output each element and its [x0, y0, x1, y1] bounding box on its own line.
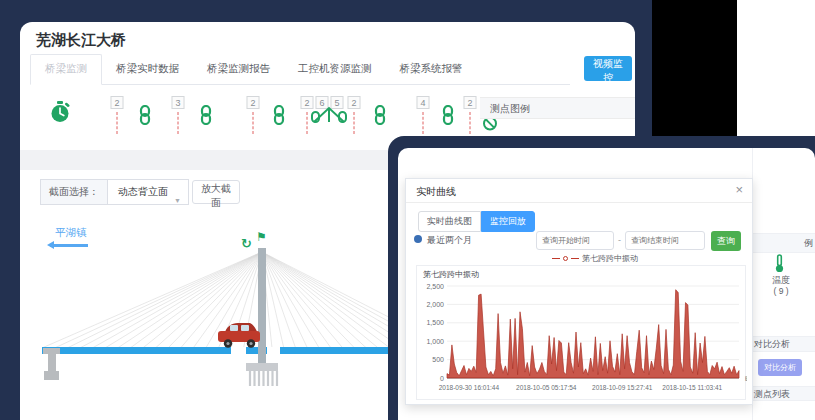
- svg-text:2018-10-05 05:17:54: 2018-10-05 05:17:54: [516, 384, 577, 391]
- compare-section-header: 对比分析: [752, 336, 815, 352]
- deck-gap: [231, 347, 246, 354]
- sensor-count-badge: 4: [417, 96, 430, 109]
- section-select-label: 截面选择：: [41, 180, 108, 204]
- sensor-dash-line: [307, 112, 308, 134]
- sensor-count-badge: 2: [348, 96, 361, 109]
- section-select-dropdown[interactable]: 动态背立面 ▼: [108, 180, 188, 204]
- pier-cap: [246, 363, 278, 371]
- flag-sensor-icon[interactable]: ⚑: [256, 230, 267, 244]
- left-arrow-icon: [50, 244, 88, 247]
- svg-text:2,000: 2,000: [426, 301, 444, 308]
- stopwatch-icon[interactable]: [50, 101, 70, 128]
- series-area: [447, 290, 739, 378]
- close-icon[interactable]: ×: [735, 182, 743, 197]
- sensor-dash-line: [423, 112, 424, 134]
- legend-label: 第七跨跨中振动: [582, 253, 638, 264]
- tab-工控机资源监测[interactable]: 工控机资源监测: [284, 55, 386, 84]
- svg-text:2018-10-09 15:27:41: 2018-10-09 15:27:41: [592, 384, 653, 391]
- sensor-count-badge: 2: [464, 96, 477, 109]
- page-title: 芜湖长江大桥: [36, 31, 126, 50]
- tab-bar: 桥梁监测桥梁实时数据桥梁监测报告工控机资源监测桥梁系统报警: [30, 56, 570, 85]
- compare-analysis-button[interactable]: 对比分析: [758, 359, 802, 376]
- sensor-count-badge: 3: [172, 96, 185, 109]
- query-end-time-input[interactable]: [625, 231, 705, 250]
- direction-label: 平湖镇: [55, 226, 87, 240]
- link-icon[interactable]: [273, 105, 286, 129]
- link-icon[interactable]: [139, 105, 152, 129]
- background-window-edge: [737, 0, 815, 142]
- chart-title: 第七跨跨中振动: [423, 269, 479, 280]
- left-pier: [43, 348, 60, 380]
- secondary-window: 例 温度 ( 9 ) 对比分析 对比分析 测点列表 实时曲线 × 实时曲线图 监…: [398, 148, 815, 420]
- tab-桥梁监测[interactable]: 桥梁监测: [30, 54, 102, 85]
- modal-title: 实时曲线: [416, 185, 456, 199]
- enlarge-section-button[interactable]: 放大截面: [192, 180, 240, 204]
- temperature-count: ( 9 ): [768, 286, 794, 296]
- legend-line-icon: [552, 258, 560, 259]
- tab-realtime-curve[interactable]: 实时曲线图: [418, 211, 481, 232]
- rotate-sensor-icon[interactable]: ↻: [241, 236, 252, 251]
- point-list-header: 测点列表: [752, 386, 815, 401]
- sensor-group: 2: [247, 92, 260, 134]
- deck-gap: [267, 347, 280, 354]
- sensor-group: 4: [417, 92, 430, 134]
- tab-monitor-playback[interactable]: 监控回放: [481, 211, 535, 232]
- query-row: 最近两个月 - 查询: [414, 231, 746, 251]
- link-icon[interactable]: [200, 105, 213, 129]
- section-select-group: 截面选择： 动态背立面 ▼: [40, 179, 189, 205]
- tab-桥梁监测报告[interactable]: 桥梁监测报告: [193, 55, 284, 84]
- sensor-dash-line: [178, 112, 179, 134]
- query-button[interactable]: 查询: [711, 231, 741, 251]
- modal-header: [406, 179, 752, 203]
- sensor-group: 2: [348, 92, 361, 134]
- tab-桥梁实时数据[interactable]: 桥梁实时数据: [102, 55, 193, 84]
- sensor-group: 2: [111, 92, 124, 134]
- video-placeholder: [652, 0, 737, 142]
- sensor-group: 2: [464, 92, 477, 134]
- radio-label: 最近两个月: [427, 234, 472, 247]
- sensor-dash-line: [253, 112, 254, 134]
- right-panel-header: 例: [752, 233, 815, 253]
- sensor-dash-line: [354, 112, 355, 134]
- realtime-curve-modal: 实时曲线 × 实时曲线图 监控回放 最近两个月 - 查询: [405, 178, 753, 405]
- chevron-down-icon: ▼: [174, 189, 181, 213]
- video-monitor-button[interactable]: 视频监控: [584, 56, 632, 81]
- svg-text:2018-10-15 11:03:41: 2018-10-15 11:03:41: [662, 384, 722, 391]
- radio-last-two-months[interactable]: [414, 235, 422, 243]
- link-icon[interactable]: [442, 105, 455, 129]
- chart-container: 第七跨跨中振动 05001,0001,5002,0002,5002018-09-…: [416, 265, 746, 400]
- header-partial-text: 例: [804, 234, 813, 253]
- range-separator: -: [618, 235, 621, 245]
- svg-text:1,000: 1,000: [426, 338, 444, 345]
- svg-text:0: 0: [440, 375, 444, 382]
- bearing-icon[interactable]: [311, 105, 347, 128]
- secondary-window-frame: 例 温度 ( 9 ) 对比分析 对比分析 测点列表 实时曲线 × 实时曲线图 监…: [388, 136, 815, 420]
- section-select-value: 动态背立面: [118, 186, 168, 197]
- modal-tab-group: 实时曲线图 监控回放: [418, 211, 535, 232]
- svg-text:2018-09-30 16:01:44: 2018-09-30 16:01:44: [439, 384, 500, 391]
- chart-legend[interactable]: 第七跨跨中振动: [552, 253, 638, 264]
- legend-circle-icon: [563, 256, 568, 261]
- sensor-group: 3: [172, 92, 185, 134]
- sensor-dash-line: [470, 112, 471, 134]
- bridge-tower: [258, 248, 266, 363]
- pier-piles: [250, 371, 277, 386]
- x-axis-label: 时间: [745, 375, 747, 383]
- svg-text:2,500: 2,500: [426, 283, 444, 290]
- legend-line-icon: [571, 258, 579, 259]
- link-icon[interactable]: [374, 105, 387, 129]
- desktop-background: 芜湖长江大桥 桥梁监测桥梁实时数据桥梁监测报告工控机资源监测桥梁系统报警 视频监…: [0, 0, 815, 420]
- sensor-dash-line: [117, 112, 118, 134]
- vibration-chart: 05001,0001,5002,0002,5002018-09-30 16:01…: [417, 280, 747, 400]
- sensor-count-badge: 2: [247, 96, 260, 109]
- svg-text:500: 500: [432, 356, 444, 363]
- svg-text:1,500: 1,500: [426, 319, 444, 326]
- car: [218, 323, 260, 348]
- legend-panel-header: 测点图例: [480, 97, 635, 119]
- sensor-count-badge: 2: [111, 96, 124, 109]
- tab-桥梁系统报警[interactable]: 桥梁系统报警: [386, 55, 477, 84]
- query-start-time-input[interactable]: [536, 231, 614, 250]
